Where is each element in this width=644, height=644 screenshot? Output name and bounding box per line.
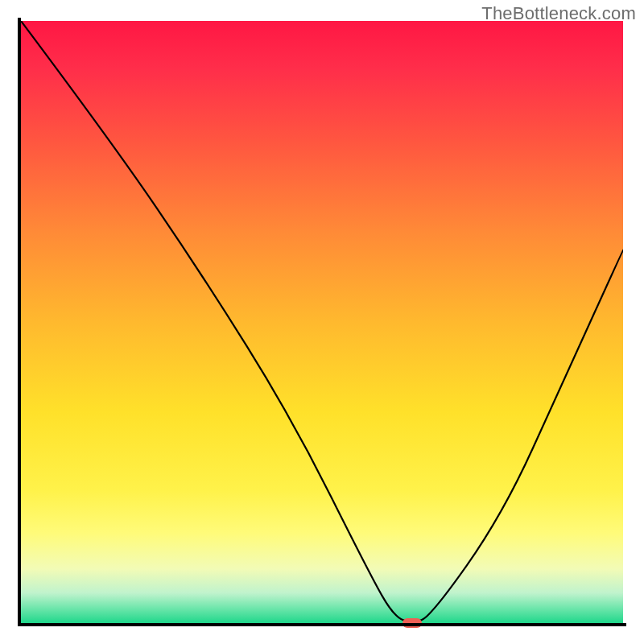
bottleneck-chart: TheBottleneck.com [0, 0, 644, 644]
y-axis [18, 18, 21, 626]
watermark-text: TheBottleneck.com [481, 3, 636, 24]
plot-background-gradient [21, 21, 623, 623]
x-axis [18, 623, 626, 626]
